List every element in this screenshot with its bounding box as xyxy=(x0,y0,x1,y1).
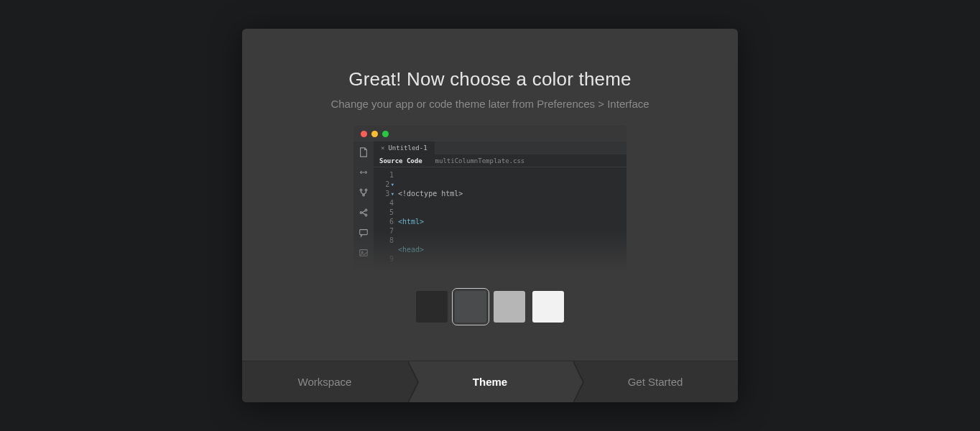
modal-content: Great! Now choose a color theme Change y… xyxy=(242,29,738,361)
theme-swatches xyxy=(416,291,564,323)
step-workspace[interactable]: Workspace xyxy=(242,361,407,402)
svg-point-1 xyxy=(365,189,367,191)
preview-subtabs: Source Code multiColumnTemplate.css xyxy=(374,154,627,167)
line-gutter: 1 2 3 4 5 6 7 8 9 xyxy=(374,167,398,274)
theme-swatch-dark[interactable] xyxy=(455,291,486,323)
preview-titlebar xyxy=(353,126,627,142)
step-label: Get Started xyxy=(628,376,683,388)
preview-tabs: × Untitled-1 xyxy=(374,142,627,154)
subtab-css-file: multiColumnTemplate.css xyxy=(435,157,525,164)
window-zoom-icon xyxy=(382,131,389,137)
preview-tab-label: Untitled-1 xyxy=(388,144,427,152)
svg-point-8 xyxy=(361,251,363,253)
preview-tab-active: × Untitled-1 xyxy=(374,142,435,154)
window-close-icon xyxy=(361,131,367,137)
modal-subtitle: Change your app or code theme later from… xyxy=(330,98,649,110)
theme-swatch-darkest[interactable] xyxy=(416,291,448,323)
theme-preview: × Untitled-1 Source Code multiColumnTemp… xyxy=(353,126,627,274)
step-theme[interactable]: Theme xyxy=(407,361,573,402)
preview-sidebar xyxy=(353,142,374,274)
file-icon xyxy=(359,147,369,157)
branch-icon xyxy=(359,187,369,198)
code-lines: <!doctype html> <html> <head> <meta char… xyxy=(398,167,627,274)
svg-rect-6 xyxy=(360,230,368,235)
svg-point-0 xyxy=(360,189,362,191)
wizard-steps: Workspace Theme Get Started xyxy=(242,361,738,402)
nodes-icon xyxy=(359,208,369,218)
code-area: 1 2 3 4 5 6 7 8 9 <!doctype html xyxy=(374,167,627,274)
theme-swatch-light[interactable] xyxy=(494,291,525,323)
subtab-source-code: Source Code xyxy=(379,157,422,164)
theme-swatch-lightest[interactable] xyxy=(532,291,564,323)
window-minimize-icon xyxy=(371,131,378,137)
step-label: Theme xyxy=(473,376,507,388)
theme-setup-modal: Great! Now choose a color theme Change y… xyxy=(242,29,738,402)
step-get-started[interactable]: Get Started xyxy=(573,361,738,402)
step-label: Workspace xyxy=(298,376,352,388)
updown-arrows-icon xyxy=(359,167,369,177)
comment-icon xyxy=(359,228,369,238)
close-tab-icon: × xyxy=(381,144,384,152)
image-icon xyxy=(359,248,369,258)
modal-title: Great! Now choose a color theme xyxy=(348,68,632,91)
